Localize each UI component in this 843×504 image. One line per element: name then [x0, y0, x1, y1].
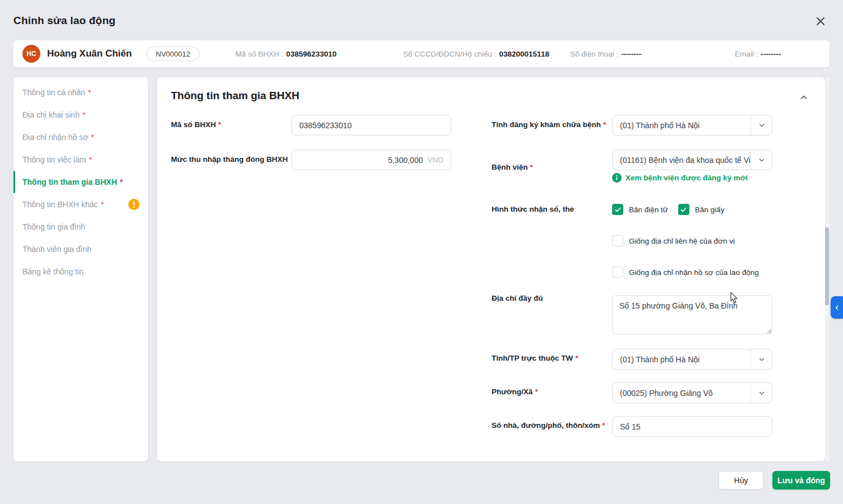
checkbox-checked	[678, 204, 689, 215]
check-icon	[614, 206, 622, 213]
required-asterisk: *	[530, 163, 533, 171]
phuong-xa-select[interactable]: (00025) Phường Giảng Võ	[612, 382, 772, 403]
required-asterisk: *	[101, 200, 104, 209]
scrollbar-thumb[interactable]	[825, 227, 829, 305]
so-nha-input[interactable]: Số 15	[612, 416, 772, 437]
cccd-value: 038200015118	[499, 50, 549, 58]
required-asterisk: *	[602, 421, 605, 430]
sidebar-item-thong-tin-gia-dinh[interactable]: Thông tin gia đình	[13, 216, 148, 238]
phone-value: --------	[621, 50, 641, 58]
sidebar-item-thong-tin-ca-nhan[interactable]: Thông tin cá nhân*	[13, 81, 148, 104]
hinh-thuc-checkbox-group: Bản điện tử Bản giấy	[612, 204, 724, 215]
sidebar-item-label: Thông tin BHXH khác	[22, 200, 98, 209]
cancel-button[interactable]: Hủy	[719, 471, 763, 489]
required-asterisk: *	[218, 120, 221, 129]
checkbox-unchecked	[612, 235, 623, 246]
tinh-tp-select[interactable]: (01) Thành phố Hà Nội	[612, 349, 772, 370]
section-title: Thông tin tham gia BHXH	[171, 90, 299, 102]
sidebar-item-label: Bảng kê thông tin	[22, 267, 84, 276]
dia-chi-day-du-label: Địa chỉ đầy đủ	[492, 294, 543, 302]
chevron-up-icon	[799, 92, 809, 105]
warning-icon	[128, 199, 140, 210]
ban-giay-label: Bản giấy	[695, 206, 725, 214]
bhxh-value: 038596233010	[286, 50, 337, 58]
muc-thu-nhap-input[interactable]: 5,300,000 VND	[291, 150, 451, 170]
sidebar-item-dia-chi-khai-sinh[interactable]: Địa chỉ khai sinh*	[13, 104, 148, 126]
employee-email: Email : --------	[735, 40, 781, 67]
section-nav-sidebar: Thông tin cá nhân* Địa chỉ khai sinh* Đị…	[13, 77, 148, 461]
phone-label: Số điện thoại :	[570, 50, 618, 58]
tinh-kcb-label: Tỉnh đăng ký khám chữa bệnh*	[492, 120, 606, 129]
email-label: Email :	[735, 50, 758, 58]
ma-so-bhxh-value: 038596233010	[299, 121, 351, 130]
chevron-down-icon	[751, 349, 772, 369]
benh-vien-select[interactable]: (01161) Bệnh viện đa khoa quốc tế Vin...	[612, 150, 772, 170]
ban-dien-tu-checkbox[interactable]: Bản điện tử	[612, 204, 668, 215]
sidebar-item-label: Thông tin cá nhân	[22, 88, 85, 97]
ban-giay-checkbox[interactable]: Bản giấy	[678, 204, 725, 215]
employee-cccd: Số CCCD/ĐDCN/Hộ chiếu : 038200015118	[403, 40, 549, 67]
sidebar-item-thong-tin-bhxh-khac[interactable]: Thông tin BHXH khác*	[13, 193, 148, 216]
required-asterisk: *	[535, 388, 538, 396]
page-title: Chỉnh sửa lao động	[13, 15, 115, 27]
employee-phone: Số điện thoại : --------	[570, 40, 641, 67]
required-asterisk: *	[88, 88, 91, 97]
muc-thu-nhap-value: 5,300,000	[388, 156, 423, 165]
so-nha-label: Số nhà, đường/phố, thôn/xóm*	[492, 421, 605, 430]
hinh-thuc-label: Hình thức nhận sổ, thẻ	[492, 205, 574, 213]
cccd-label: Số CCCD/ĐDCN/Hộ chiếu :	[403, 50, 497, 58]
sidebar-item-label: Thông tin việc làm	[22, 155, 86, 164]
phuong-xa-label: Phường/Xã*	[492, 388, 538, 396]
sidebar-item-label: Thông tin gia đình	[22, 222, 85, 231]
giong-dia-chi-don-vi-checkbox[interactable]: Giống địa chỉ liên hệ của đơn vị	[612, 235, 735, 246]
muc-thu-nhap-label: Mức thu nhập tháng đóng BHXH	[171, 155, 288, 164]
tinh-kcb-value: (01) Thành phố Hà Nội	[613, 115, 751, 135]
required-asterisk: *	[91, 133, 94, 142]
employee-summary-card: HC Hoàng Xuân Chiến NV000012 Mã số BHXH …	[13, 40, 830, 67]
required-asterisk: *	[575, 354, 578, 362]
required-asterisk: *	[603, 120, 606, 129]
edit-employee-modal: Chỉnh sửa lao động HC Hoàng Xuân Chiến N…	[0, 0, 843, 504]
sidebar-item-thanh-vien-gia-dinh[interactable]: Thành viên gia đình	[13, 238, 148, 260]
side-panel-toggle-tab[interactable]	[831, 296, 843, 319]
sidebar-item-dia-chi-nhan-ho-so[interactable]: Địa chỉ nhận hồ sơ*	[13, 126, 148, 148]
dia-chi-day-du-textarea[interactable]: Số 15 phường Giảng Võ, Ba Đình	[612, 295, 772, 334]
required-asterisk: *	[89, 155, 92, 164]
giong-dia-chi-lao-dong-checkbox[interactable]: Giống địa chỉ nhận hồ sơ của lao động	[612, 267, 759, 278]
avatar: HC	[22, 45, 40, 63]
sidebar-item-thong-tin-tham-gia-bhxh[interactable]: Thông tin tham gia BHXH*	[13, 171, 148, 193]
employee-code-badge: NV000012	[146, 46, 200, 61]
tinh-kcb-select[interactable]: (01) Thành phố Hà Nội	[612, 115, 772, 136]
ma-so-bhxh-input[interactable]: 038596233010	[291, 115, 451, 136]
giong-dia-chi-don-vi-label: Giống địa chỉ liên hệ của đơn vị	[629, 237, 735, 245]
close-button[interactable]	[814, 16, 827, 29]
employee-bhxh: Mã số BHXH : 038596233010	[235, 40, 337, 67]
save-button-label: Lưu và đóng	[777, 476, 825, 485]
save-and-close-button[interactable]: Lưu và đóng	[772, 471, 830, 489]
info-icon	[612, 173, 622, 183]
benh-vien-label: Bệnh viện*	[492, 163, 533, 171]
view-new-hospital-link-text: Xem bệnh viện được đăng ký mới	[626, 174, 748, 182]
close-icon	[816, 17, 825, 28]
email-value: --------	[761, 50, 781, 58]
check-icon	[680, 206, 687, 213]
benh-vien-value: (01161) Bệnh viện đa khoa quốc tế Vin...	[613, 150, 751, 170]
tinh-tp-label: Tỉnh/TP trực thuộc TW*	[492, 354, 578, 362]
bhxh-label: Mã số BHXH :	[235, 50, 284, 58]
currency-suffix: VND	[427, 156, 443, 164]
checkbox-checked	[612, 204, 623, 215]
giong-dia-chi-lao-dong-label: Giống địa chỉ nhận hồ sơ của lao động	[629, 268, 759, 277]
sidebar-item-label: Thành viên gia đình	[22, 245, 91, 254]
chevron-down-icon	[751, 150, 772, 170]
sidebar-item-bang-ke-thong-tin[interactable]: Bảng kê thông tin	[13, 260, 148, 283]
chevron-left-icon	[834, 305, 840, 311]
employee-name: Hoàng Xuân Chiến	[47, 40, 132, 67]
required-asterisk: *	[82, 110, 85, 119]
sidebar-item-label: Thông tin tham gia BHXH	[22, 178, 117, 186]
ban-dien-tu-label: Bản điện tử	[629, 206, 668, 214]
tinh-tp-value: (01) Thành phố Hà Nội	[613, 349, 751, 369]
bhxh-form-panel: Thông tin tham gia BHXH Mã số BHXH* 0385…	[157, 77, 825, 461]
view-new-hospital-link[interactable]: Xem bệnh viện được đăng ký mới	[612, 173, 748, 183]
collapse-section-button[interactable]	[797, 92, 810, 105]
sidebar-item-thong-tin-viec-lam[interactable]: Thông tin việc làm*	[13, 148, 148, 171]
